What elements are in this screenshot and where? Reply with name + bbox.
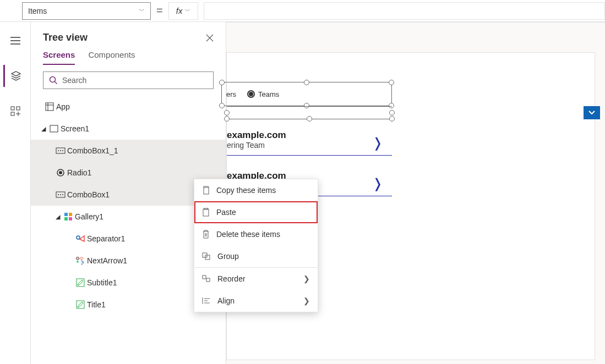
ctx-delete[interactable]: Delete these items	[194, 223, 318, 245]
formula-bar: Items ﹀ = fx ﹀	[0, 0, 605, 22]
align-icon	[202, 297, 211, 305]
combobox-control-selected[interactable]	[227, 106, 392, 119]
chevron-down-icon: ﹀	[185, 7, 190, 15]
svg-point-8	[60, 150, 61, 151]
svg-point-11	[59, 171, 62, 174]
radio-control-selected[interactable]: ers Teams	[221, 82, 392, 106]
app-icon	[43, 102, 56, 111]
resize-handle[interactable]	[224, 116, 230, 122]
ctx-align[interactable]: Align ❯	[194, 290, 318, 312]
svg-rect-25	[203, 209, 209, 216]
radio-label: ers	[226, 90, 236, 98]
ctx-reorder[interactable]: Reorder ❯	[194, 268, 318, 290]
close-icon	[206, 34, 214, 42]
combobox-icon	[54, 147, 67, 154]
tree-node-label: Title1	[87, 300, 106, 309]
grid-add-icon	[10, 106, 20, 116]
tree-node-label: Gallery1	[75, 212, 103, 221]
screen-icon	[47, 125, 61, 133]
tree-node-combobox1-1[interactable]: ComboBox1_1	[31, 140, 226, 162]
svg-point-15	[62, 194, 63, 195]
property-dropdown[interactable]: Items ﹀	[22, 2, 151, 20]
svg-point-9	[62, 150, 63, 151]
radio-icon	[54, 168, 67, 177]
ctx-paste[interactable]: Paste	[194, 201, 318, 223]
property-dropdown-value: Items	[28, 7, 47, 15]
hamburger-button[interactable]	[4, 30, 26, 52]
tree-node-label: NextArrow1	[87, 256, 127, 265]
resize-handle[interactable]	[304, 80, 309, 85]
separator-icon	[74, 235, 87, 242]
svg-rect-19	[69, 217, 72, 220]
resize-handle[interactable]	[389, 110, 395, 115]
resize-handle[interactable]	[224, 110, 230, 115]
chevron-right-icon: ❯	[303, 296, 310, 305]
label-icon	[74, 278, 87, 287]
gallery-separator	[227, 155, 392, 156]
combobox-chevron[interactable]	[584, 106, 600, 119]
svg-rect-4	[46, 103, 53, 111]
ctx-copy[interactable]: Copy these items	[194, 179, 318, 201]
radio-option-teams[interactable]: Teams	[247, 90, 279, 98]
tree-node-label: Separator1	[87, 234, 125, 243]
radio-label: Teams	[258, 90, 279, 98]
collapse-icon[interactable]: ◢	[54, 213, 62, 220]
radio-option-users[interactable]: ers	[226, 90, 236, 98]
next-arrow-icon[interactable]: ❭	[372, 176, 383, 191]
ctx-label: Group	[217, 252, 239, 261]
gallery-title: example.com	[227, 130, 392, 141]
tree-view-title: Tree view	[43, 32, 88, 43]
chevron-down-icon: ﹀	[139, 7, 145, 15]
fx-icon: fx	[176, 6, 183, 15]
gallery-item[interactable]: example.com ering Team ❭	[227, 130, 392, 156]
resize-handle[interactable]	[219, 103, 225, 108]
svg-rect-16	[64, 213, 68, 216]
svg-point-20	[77, 236, 80, 239]
svg-rect-2	[11, 112, 14, 115]
resize-handle[interactable]	[389, 116, 395, 122]
svg-point-7	[58, 150, 59, 151]
copy-icon	[202, 186, 210, 195]
reorder-icon	[202, 275, 211, 283]
ctx-group[interactable]: Group	[194, 245, 318, 267]
resize-handle[interactable]	[219, 80, 225, 85]
context-menu: Copy these items Paste Delete these item…	[194, 179, 318, 312]
tree-view-button[interactable]	[3, 65, 25, 87]
hamburger-icon	[10, 37, 20, 45]
formula-input[interactable]	[204, 2, 605, 20]
svg-rect-0	[11, 107, 14, 110]
tree-node-label: App	[56, 102, 70, 111]
svg-rect-24	[204, 187, 209, 194]
close-panel-button[interactable]	[206, 34, 214, 42]
svg-rect-5	[50, 125, 58, 132]
tree-tabs: Screens Components	[31, 47, 226, 65]
next-arrow-icon[interactable]: ❭	[372, 135, 383, 151]
ctx-label: Align	[217, 296, 235, 305]
ctx-label: Delete these items	[216, 230, 280, 239]
resize-handle[interactable]	[307, 116, 312, 122]
combobox-icon	[54, 191, 67, 198]
resize-handle[interactable]	[389, 80, 394, 85]
svg-rect-29	[203, 275, 206, 279]
collapse-icon[interactable]: ◢	[40, 125, 47, 133]
tree-node-label: ComboBox1_1	[67, 146, 118, 155]
svg-rect-17	[69, 213, 72, 216]
tab-components[interactable]: Components	[88, 50, 135, 65]
fx-button[interactable]: fx ﹀	[168, 2, 198, 20]
svg-rect-1	[17, 107, 20, 110]
layers-icon	[11, 71, 21, 81]
tree-node-screen1[interactable]: ◢ Screen1	[31, 118, 226, 140]
svg-rect-30	[206, 278, 210, 282]
chevron-down-icon	[588, 110, 596, 115]
tree-node-label: Subtitle1	[87, 278, 117, 287]
search-input[interactable]: Search	[43, 71, 214, 89]
gallery-subtitle: ering Team	[227, 141, 392, 150]
ctx-label: Copy these items	[216, 186, 276, 195]
tree-node-app[interactable]: App	[31, 96, 226, 118]
tab-screens[interactable]: Screens	[43, 50, 75, 65]
left-nav-strip	[0, 22, 31, 364]
svg-point-14	[60, 194, 61, 195]
search-icon	[49, 76, 58, 85]
svg-point-13	[58, 194, 59, 195]
components-button[interactable]	[4, 100, 26, 122]
